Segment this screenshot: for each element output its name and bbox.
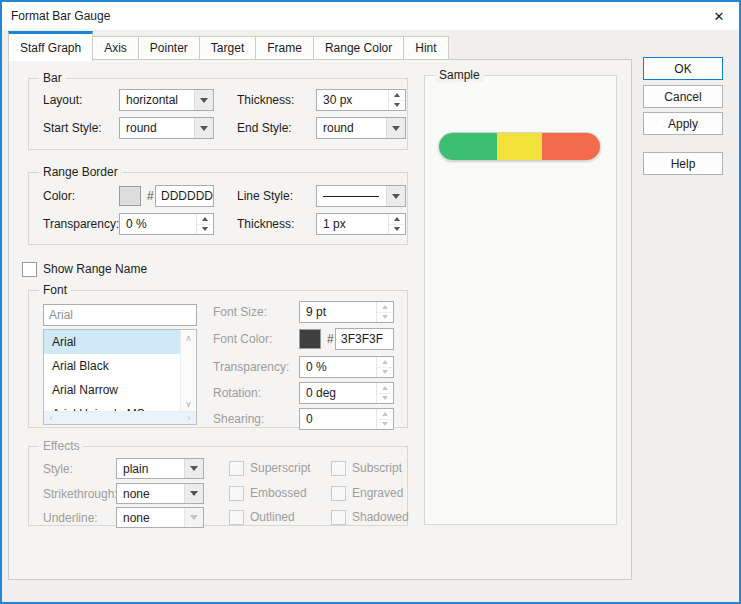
solid-line-icon <box>323 196 379 197</box>
help-button[interactable]: Help <box>643 152 723 175</box>
shadowed-label: Shadowed <box>352 510 409 525</box>
spinner-up-icon[interactable] <box>389 90 405 101</box>
layout-dropdown[interactable]: horizontal <box>119 89 214 111</box>
ok-label: OK <box>674 62 691 76</box>
underline-dropdown: none <box>116 507 204 528</box>
spinner-down-icon <box>377 368 393 378</box>
border-color-hex-input[interactable]: DDDDDD <box>155 185 214 207</box>
end-style-value: round <box>317 121 386 135</box>
apply-button[interactable]: Apply <box>643 112 723 135</box>
range-border-group: Range Border Color: # DDDDDD Line Style:… <box>28 172 408 245</box>
font-name-input[interactable]: Arial <box>43 304 197 326</box>
line-style-dropdown[interactable] <box>316 185 406 207</box>
font-color-hex-input[interactable]: 3F3F3F <box>335 328 394 350</box>
bar-thickness-label: Thickness: <box>237 89 294 111</box>
spinner-down-icon[interactable] <box>389 101 405 111</box>
outlined-checkbox <box>229 510 244 525</box>
chevron-down-icon[interactable] <box>184 484 203 503</box>
style-label: Style: <box>43 458 73 480</box>
font-list-item[interactable]: Arial <box>44 330 180 354</box>
underline-label: Underline: <box>43 507 98 529</box>
chevron-down-icon[interactable] <box>386 186 405 206</box>
spinner-down-icon <box>377 420 393 430</box>
superscript-label: Superscript <box>250 461 311 476</box>
border-transparency-spinner[interactable]: 0 % <box>119 213 214 235</box>
gauge-segment-red <box>542 133 600 160</box>
border-color-swatch[interactable] <box>119 186 141 206</box>
tab-label: Pointer <box>150 41 188 55</box>
vertical-scrollbar[interactable]: ∧ ∨ <box>180 330 196 412</box>
chevron-down-icon[interactable] <box>194 118 213 138</box>
font-size-value: 9 pt <box>306 302 326 322</box>
title-bar: Format Bar Gauge ✕ <box>2 2 739 30</box>
embossed-label: Embossed <box>250 486 307 501</box>
hash-sign: # <box>327 328 334 350</box>
font-transparency-spinner[interactable]: 0 % <box>299 356 394 378</box>
cancel-label: Cancel <box>664 90 701 104</box>
window-title: Format Bar Gauge <box>11 9 110 23</box>
close-icon[interactable]: ✕ <box>708 9 730 24</box>
style-value: plain <box>117 462 184 476</box>
chevron-down-icon[interactable] <box>194 90 213 110</box>
tab-staff-graph[interactable]: Staff Graph <box>8 31 93 61</box>
tab-label: Hint <box>415 41 436 55</box>
tab-label: Target <box>211 41 244 55</box>
font-color-swatch[interactable] <box>299 329 321 349</box>
show-range-name-checkbox[interactable] <box>22 262 37 277</box>
start-style-dropdown[interactable]: round <box>119 117 214 139</box>
font-list-items: Arial Arial Black Arial Narrow Arial Uni… <box>44 330 180 412</box>
tab-range-color[interactable]: Range Color <box>313 36 404 59</box>
chevron-down-icon[interactable] <box>184 459 203 478</box>
spinner-down-icon[interactable] <box>389 225 405 235</box>
bar-group: Bar Layout: horizontal Thickness: 30 px … <box>28 78 408 150</box>
layout-label: Layout: <box>43 89 82 111</box>
bar-thickness-spinner[interactable]: 30 px <box>316 89 406 111</box>
tab-hint[interactable]: Hint <box>403 36 448 59</box>
end-style-label: End Style: <box>237 117 292 139</box>
scroll-up-icon[interactable]: ∧ <box>181 333 196 343</box>
end-style-dropdown[interactable]: round <box>316 117 406 139</box>
chevron-down-icon <box>184 508 203 527</box>
font-list-item[interactable]: Arial Narrow <box>44 378 180 402</box>
font-group: Font Arial Arial Arial Black Arial Narro… <box>28 290 408 428</box>
range-border-group-title: Range Border <box>39 165 122 179</box>
scroll-down-icon[interactable]: ∨ <box>181 399 196 409</box>
ok-button[interactable]: OK <box>643 57 723 80</box>
border-thickness-value: 1 px <box>323 214 346 234</box>
spinner-up-icon[interactable] <box>197 214 213 225</box>
tab-pointer[interactable]: Pointer <box>138 36 200 59</box>
embossed-checkbox <box>229 486 244 501</box>
font-list-item[interactable]: Arial Black <box>44 354 180 378</box>
line-style-label: Line Style: <box>237 185 293 207</box>
scroll-right-icon[interactable]: › <box>184 413 194 423</box>
apply-label: Apply <box>668 117 698 131</box>
tab-frame[interactable]: Frame <box>255 36 314 59</box>
tab-strip: Staff Graph Axis Pointer Target Frame Ra… <box>8 31 448 59</box>
strikethrough-dropdown[interactable]: none <box>116 483 204 504</box>
style-dropdown[interactable]: plain <box>116 458 204 479</box>
tab-axis[interactable]: Axis <box>92 36 139 59</box>
tab-label: Range Color <box>325 41 392 55</box>
shearing-spinner[interactable]: 0 <box>299 408 394 430</box>
tab-target[interactable]: Target <box>199 36 256 59</box>
hash-sign: # <box>147 185 154 207</box>
border-thickness-spinner[interactable]: 1 px <box>316 213 406 235</box>
gauge-segment-green <box>439 133 497 160</box>
outlined-label: Outlined <box>250 510 295 525</box>
spinner-down-icon[interactable] <box>197 225 213 235</box>
strikethrough-label: Strikethrough: <box>43 483 118 505</box>
horizontal-scrollbar[interactable]: ‹ › <box>44 411 196 424</box>
rotation-label: Rotation: <box>213 382 261 404</box>
chevron-down-icon[interactable] <box>386 118 405 138</box>
border-color-hex-value: DDDDDD <box>161 189 213 203</box>
scroll-left-icon[interactable]: ‹ <box>46 413 56 423</box>
help-label: Help <box>671 157 696 171</box>
cancel-button[interactable]: Cancel <box>643 85 723 108</box>
font-list[interactable]: Arial Arial Black Arial Narrow Arial Uni… <box>43 329 197 425</box>
font-size-spinner[interactable]: 9 pt <box>299 301 394 323</box>
start-style-value: round <box>120 121 194 135</box>
border-transparency-label: Transparency: <box>43 213 119 235</box>
border-color-label: Color: <box>43 185 75 207</box>
rotation-spinner[interactable]: 0 deg <box>299 382 394 404</box>
spinner-up-icon[interactable] <box>389 214 405 225</box>
